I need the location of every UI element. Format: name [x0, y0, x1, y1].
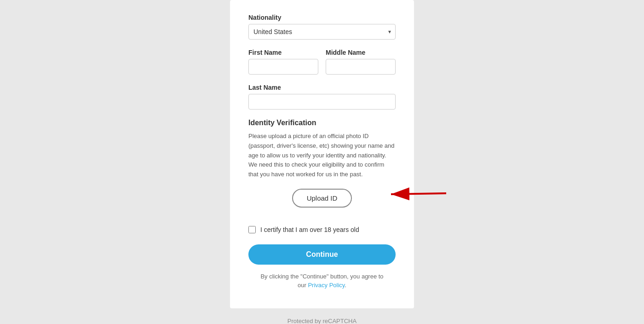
age-checkbox-row: I certify that I am over 18 years old	[248, 226, 396, 233]
policy-text-our: our	[298, 282, 308, 289]
last-name-field-group: Last Name	[248, 84, 396, 110]
upload-id-button[interactable]: Upload ID	[292, 189, 352, 208]
continue-button[interactable]: Continue	[248, 244, 396, 265]
svg-line-1	[391, 193, 446, 194]
middle-name-label: Middle Name	[326, 49, 396, 56]
nationality-select-wrapper: United States United Kingdom Canada Aust…	[248, 24, 396, 40]
middle-name-field: Middle Name	[326, 49, 396, 75]
upload-id-wrapper: Upload ID	[248, 189, 396, 217]
nationality-field-group: Nationality United States United Kingdom…	[248, 14, 396, 40]
middle-name-input[interactable]	[326, 59, 396, 75]
policy-text-before: By clicking the "Continue" button, you a…	[260, 273, 383, 280]
footer: Protected by reCAPTCHA Privacy Policy - …	[276, 318, 367, 324]
policy-text: By clicking the "Continue" button, you a…	[248, 272, 396, 290]
footer-protected-text: Protected by reCAPTCHA	[276, 318, 367, 324]
first-name-label: First Name	[248, 49, 318, 56]
identity-section-title: Identity Verification	[248, 119, 396, 127]
first-name-input[interactable]	[248, 59, 318, 75]
privacy-policy-link[interactable]: Privacy Policy	[308, 282, 345, 289]
last-name-label: Last Name	[248, 84, 396, 91]
first-name-field: First Name	[248, 49, 318, 75]
form-card: Nationality United States United Kingdom…	[230, 0, 414, 308]
nationality-select[interactable]: United States United Kingdom Canada Aust…	[248, 24, 396, 40]
last-name-input[interactable]	[248, 94, 396, 110]
age-checkbox[interactable]	[248, 226, 256, 233]
nationality-label: Nationality	[248, 14, 396, 21]
identity-verification-section: Identity Verification Please upload a pi…	[248, 119, 396, 179]
name-row: First Name Middle Name	[248, 49, 396, 75]
age-checkbox-label[interactable]: I certify that I am over 18 years old	[260, 226, 359, 233]
policy-text-after: .	[345, 282, 346, 289]
page-wrapper: Nationality United States United Kingdom…	[0, 0, 644, 324]
identity-section-desc: Please upload a picture of an official p…	[248, 132, 396, 179]
